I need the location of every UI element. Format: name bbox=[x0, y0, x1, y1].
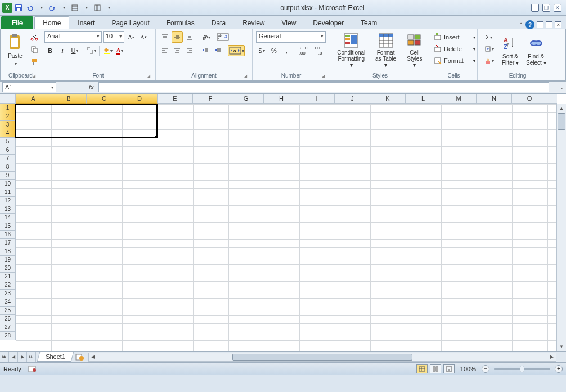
restore-button[interactable]: ❐ bbox=[542, 4, 550, 12]
sheet-nav-next-icon[interactable]: ▶ bbox=[18, 352, 27, 362]
clipboard-launcher[interactable]: ◢ bbox=[30, 73, 37, 79]
tab-developer[interactable]: Developer bbox=[304, 16, 352, 29]
column-header-G[interactable]: G bbox=[228, 94, 264, 104]
merge-center-icon[interactable]: a bbox=[228, 45, 245, 56]
fill-icon[interactable] bbox=[481, 43, 497, 55]
clear-icon[interactable] bbox=[481, 55, 497, 66]
tab-home[interactable]: Home bbox=[34, 16, 69, 29]
percent-format-icon[interactable]: % bbox=[268, 45, 280, 56]
paste-button[interactable]: Paste bbox=[4, 31, 26, 69]
accounting-format-icon[interactable]: $ bbox=[256, 45, 267, 56]
expand-formula-bar[interactable]: ⌄ bbox=[558, 84, 566, 90]
align-left-icon[interactable] bbox=[159, 45, 170, 56]
column-header-O[interactable]: O bbox=[512, 94, 547, 104]
row-header-7[interactable]: 7 bbox=[0, 155, 16, 163]
row-header-23[interactable]: 23 bbox=[0, 290, 16, 298]
border-icon[interactable] bbox=[86, 45, 97, 56]
horizontal-scrollbar[interactable]: ◀ ▶ bbox=[88, 353, 556, 362]
column-header-D[interactable]: D bbox=[122, 94, 158, 104]
font-size-select[interactable]: 10 bbox=[103, 31, 124, 43]
delete-cells-button[interactable]: Delete▾ bbox=[434, 43, 475, 55]
tab-data[interactable]: Data bbox=[203, 16, 234, 29]
row-header-27[interactable]: 27 bbox=[0, 323, 16, 332]
increase-decimal-icon[interactable]: ←.0.00 bbox=[297, 45, 310, 56]
vertical-scrollbar[interactable]: ▲ ▼ bbox=[556, 104, 566, 351]
zoom-level[interactable]: 100% bbox=[460, 366, 476, 372]
autosum-icon[interactable]: Σ bbox=[481, 31, 497, 43]
help-icon[interactable]: ? bbox=[525, 20, 534, 29]
cell-styles-button[interactable]: CellStyles ▾ bbox=[403, 31, 426, 69]
column-header-F[interactable]: F bbox=[193, 94, 228, 104]
sort-filter-button[interactable]: AZ Sort &Filter ▾ bbox=[499, 31, 522, 69]
sheet-nav-first-icon[interactable]: ⏮ bbox=[0, 352, 9, 362]
increase-font-icon[interactable]: A▴ bbox=[125, 31, 137, 43]
column-header-A[interactable]: A bbox=[16, 94, 51, 104]
macro-record-icon[interactable] bbox=[28, 365, 37, 373]
row-header-4[interactable]: 4 bbox=[0, 129, 16, 138]
insert-cells-button[interactable]: Insert▾ bbox=[434, 31, 475, 43]
align-bottom-icon[interactable] bbox=[184, 31, 195, 43]
save-icon[interactable] bbox=[14, 3, 24, 13]
formula-input[interactable] bbox=[98, 82, 549, 92]
row-header-8[interactable]: 8 bbox=[0, 163, 16, 172]
column-header-C[interactable]: C bbox=[87, 94, 122, 104]
scroll-down-icon[interactable]: ▼ bbox=[557, 343, 566, 351]
new-sheet-icon[interactable] bbox=[75, 353, 85, 361]
find-select-button[interactable]: Find &Select ▾ bbox=[524, 31, 549, 69]
column-header-E[interactable]: E bbox=[158, 94, 193, 104]
align-center-icon[interactable] bbox=[172, 45, 183, 56]
row-header-1[interactable]: 1 bbox=[0, 104, 16, 112]
page-break-view-icon[interactable] bbox=[443, 364, 455, 373]
row-header-12[interactable]: 12 bbox=[0, 197, 16, 205]
row-header-10[interactable]: 10 bbox=[0, 180, 16, 188]
zoom-slider[interactable] bbox=[494, 368, 550, 370]
tab-team[interactable]: Team bbox=[352, 16, 385, 29]
vscroll-thumb[interactable] bbox=[558, 113, 565, 130]
minimize-button[interactable]: ─ bbox=[531, 4, 539, 12]
decrease-indent-icon[interactable] bbox=[200, 45, 211, 56]
conditional-formatting-button[interactable]: ConditionalFormatting ▾ bbox=[334, 31, 369, 69]
column-header-H[interactable]: H bbox=[264, 94, 299, 104]
undo-icon[interactable] bbox=[25, 3, 35, 13]
row-header-25[interactable]: 25 bbox=[0, 307, 16, 315]
fx-icon[interactable]: fx bbox=[84, 84, 98, 91]
row-header-14[interactable]: 14 bbox=[0, 214, 16, 222]
italic-button[interactable]: I bbox=[57, 45, 68, 56]
name-box[interactable]: A1▾ bbox=[2, 82, 56, 92]
increase-indent-icon[interactable] bbox=[212, 45, 223, 56]
redo-icon[interactable] bbox=[47, 3, 57, 13]
column-header-L[interactable]: L bbox=[406, 94, 441, 104]
row-header-19[interactable]: 19 bbox=[0, 256, 16, 264]
tab-page-layout[interactable]: Page Layout bbox=[103, 16, 158, 29]
row-header-26[interactable]: 26 bbox=[0, 315, 16, 323]
column-header-M[interactable]: M bbox=[441, 94, 477, 104]
qat-custom-2-icon[interactable] bbox=[92, 3, 102, 13]
wrap-text-icon[interactable]: abc bbox=[215, 31, 230, 43]
align-right-icon[interactable] bbox=[184, 45, 195, 56]
close-button[interactable]: ✕ bbox=[554, 4, 561, 12]
font-launcher[interactable]: ◢ bbox=[145, 73, 152, 79]
qat-customize-dropdown[interactable] bbox=[104, 3, 114, 13]
zoom-slider-handle[interactable] bbox=[520, 366, 524, 372]
workbook-restore[interactable] bbox=[546, 21, 552, 28]
row-header-20[interactable]: 20 bbox=[0, 264, 16, 273]
row-header-21[interactable]: 21 bbox=[0, 273, 16, 281]
fill-color-icon[interactable] bbox=[102, 45, 113, 56]
zoom-in-icon[interactable]: + bbox=[555, 365, 563, 373]
column-header-J[interactable]: J bbox=[335, 94, 370, 104]
minimize-ribbon-icon[interactable]: ⌃ bbox=[519, 22, 523, 28]
zoom-out-icon[interactable]: − bbox=[482, 365, 489, 373]
format-painter-icon[interactable] bbox=[29, 56, 40, 67]
row-header-18[interactable]: 18 bbox=[0, 247, 16, 256]
row-header-24[interactable]: 24 bbox=[0, 298, 16, 307]
scroll-up-icon[interactable]: ▲ bbox=[557, 104, 566, 112]
row-header-3[interactable]: 3 bbox=[0, 121, 16, 129]
row-header-13[interactable]: 13 bbox=[0, 205, 16, 214]
align-top-icon[interactable] bbox=[159, 31, 170, 43]
row-header-15[interactable]: 15 bbox=[0, 222, 16, 231]
page-layout-view-icon[interactable] bbox=[430, 364, 441, 373]
column-header-N[interactable]: N bbox=[477, 94, 512, 104]
select-all-corner[interactable] bbox=[0, 94, 16, 104]
copy-icon[interactable] bbox=[29, 44, 40, 55]
orientation-icon[interactable]: ab bbox=[200, 31, 211, 43]
